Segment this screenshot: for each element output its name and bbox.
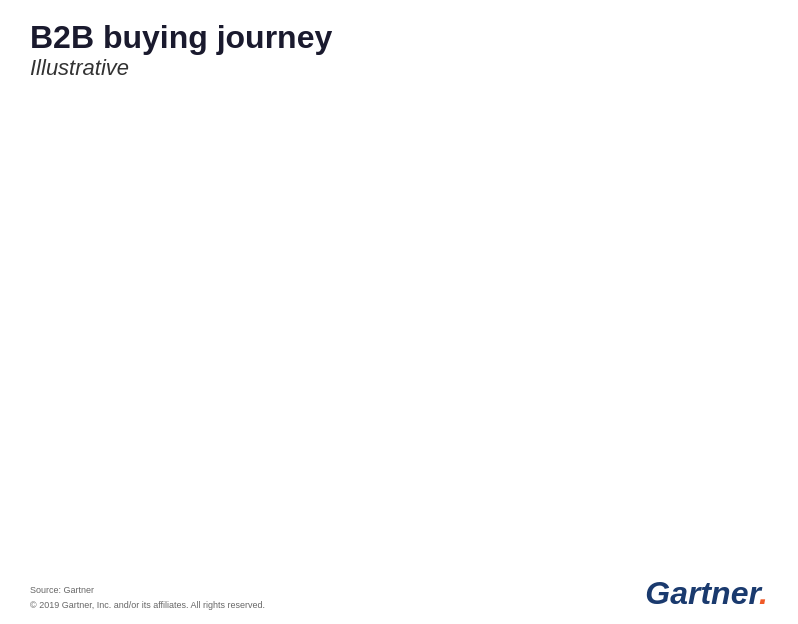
copyright-text: © 2019 Gartner, Inc. and/or its affiliat… [30,598,265,612]
gartner-dot: . [759,575,768,611]
sub-title: Illustrative [30,55,768,81]
header: B2B buying journey Illustrative [30,20,768,81]
source-text: Source: Gartner [30,583,265,597]
gartner-text: Gartner [645,575,759,611]
main-title: B2B buying journey [30,20,768,55]
gartner-logo: Gartner. [645,575,768,612]
footer: Source: Gartner © 2019 Gartner, Inc. and… [30,583,265,612]
page: B2B buying journey Illustrative Problem … [0,0,798,624]
